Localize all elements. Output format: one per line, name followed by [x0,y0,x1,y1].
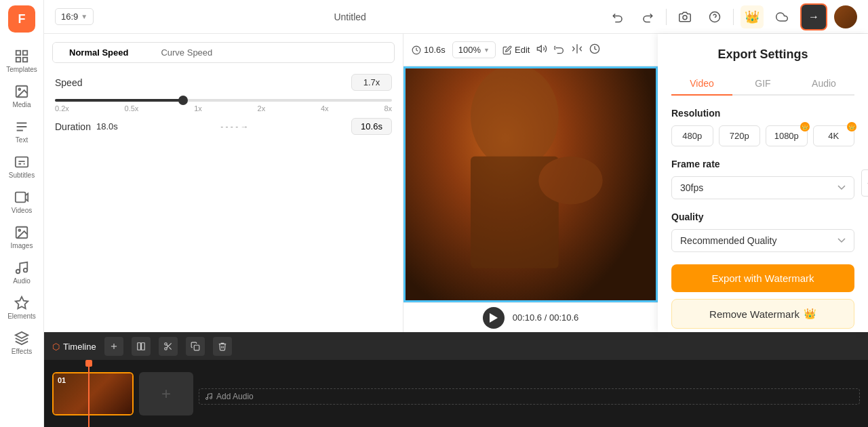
crown-icon: 👑 [745,9,760,24]
add-audio-label: Add Audio [216,392,254,401]
resolution-720p[interactable]: 720p [719,125,761,146]
cloud-button[interactable] [770,5,793,28]
undo-icon [612,11,624,23]
zoom-selector[interactable]: 100% ▼ [452,41,496,58]
resolution-480p[interactable]: 480p [671,125,713,146]
subtitle-icon [14,155,29,169]
speed-slider-thumb[interactable] [178,96,188,105]
redo-button[interactable] [636,5,659,28]
svg-point-5 [18,88,20,90]
svg-rect-25 [137,343,140,350]
duration-label: Duration [55,121,91,132]
resolution-1080p[interactable]: 1080p 👑 [766,125,808,146]
timeline-content: 01 + Add Audio [44,360,868,427]
cloud-icon [776,11,788,23]
normal-speed-tab[interactable]: Normal Speed [53,43,144,62]
audio-icon [14,260,29,275]
edit-label: Edit [515,45,530,55]
export-tab-video[interactable]: Video [671,73,732,96]
sidebar-item-effects[interactable]: Effects [0,325,43,361]
svg-line-31 [166,345,167,346]
resolution-4k[interactable]: 4K 👑 [813,125,855,146]
svg-line-30 [169,347,171,349]
speed-slider-fill [55,99,183,102]
undo-clip-button[interactable] [554,43,565,57]
duration-value: 10.6s [424,45,446,55]
export-tab-audio[interactable]: Audio [793,73,854,96]
export-tab-gif[interactable]: GIF [732,73,793,96]
slider-label-1: 0.5x [125,104,139,113]
add-clip-area[interactable]: + [139,372,193,415]
svg-point-9 [18,229,20,231]
copy-button[interactable] [186,337,205,356]
delete-button[interactable] [213,337,232,356]
sidebar-item-media[interactable]: Media [0,79,43,114]
speed-tabs-container: Normal Speed Curve Speed [44,34,403,63]
sidebar-item-elements[interactable]: Elements [0,290,43,325]
resolution-label: Resolution [671,108,854,119]
sidebar-item-subtitles[interactable]: Subtitles [0,149,43,184]
resolution-options: 480p 720p 1080p 👑 4K 👑 [671,125,854,146]
redo-icon [642,11,654,23]
body-row: Normal Speed Curve Speed Speed 1.7x 0.2x [44,34,868,332]
video-section: 10.6s 100% ▼ Edit [403,34,658,332]
slider-label-3: 2x [258,104,266,113]
speed-indicator[interactable] [589,43,600,57]
add-clip-button[interactable] [104,337,123,356]
photo-icon [14,84,29,99]
timeline-tab[interactable]: ⬡ Timeline [52,342,96,352]
export-button[interactable]: → [800,3,827,30]
curve-speed-tab[interactable]: Curve Speed [144,43,229,62]
panel-collapse-button[interactable]: ‹ [861,169,868,197]
playback-bar: 00:10.6 / 00:10.6 [403,302,658,332]
framerate-select[interactable]: 30fps 24fps 60fps [671,176,854,199]
svg-rect-32 [194,345,199,350]
svg-rect-2 [16,58,20,62]
add-audio-area: Add Audio [199,388,860,405]
duration-from: 18.0s [96,121,118,131]
play-button[interactable] [483,307,505,329]
app-logo[interactable]: F [8,5,35,33]
speed-slider-track [55,99,392,102]
copy-icon [191,342,200,351]
volume-button[interactable] [536,43,547,57]
slider-label-0: 0.2x [55,104,69,113]
video-clip[interactable]: 01 [52,372,134,415]
speed-slider-container: 0.2x 0.5x 1x 2x 4x 8x [55,99,392,113]
cut-button[interactable] [159,337,178,356]
export-tabs: Video GIF Audio [671,73,854,96]
svg-rect-7 [16,192,26,203]
add-audio-button[interactable]: Add Audio [199,388,860,405]
ratio-value: 16:9 [61,12,78,22]
quality-select[interactable]: Recommended Quality High Quality Low Qua… [671,229,854,252]
sidebar-item-images[interactable]: Images [0,220,43,255]
export-watermark-button[interactable]: Export with Watermark [671,264,854,292]
undo-button[interactable] [606,5,629,28]
sidebar-item-templates[interactable]: Templates [0,43,43,79]
clip-number: 01 [58,376,66,384]
svg-marker-22 [490,313,498,323]
mirror-button[interactable] [572,43,583,57]
sidebar-item-videos[interactable]: Videos [0,184,43,220]
play-icon [490,313,498,323]
edit-button[interactable]: Edit [502,45,530,55]
plus-icon: + [161,384,171,403]
add-icon [109,342,119,351]
remove-watermark-button[interactable]: Remove Watermark 👑 [671,299,854,329]
sidebar-item-audio[interactable]: Audio [0,255,43,290]
split-button[interactable] [132,337,151,356]
speed-label: Speed [55,77,82,88]
effects-icon [14,331,29,346]
user-avatar[interactable] [834,5,857,28]
volume-icon [536,43,547,54]
help-icon [709,11,721,23]
svg-marker-17 [538,45,542,52]
premium-button[interactable]: 👑 [741,5,764,28]
person-silhouette [406,68,656,300]
chevron-down-icon: ▼ [81,13,87,20]
help-button[interactable] [703,5,726,28]
sidebar-item-text[interactable]: Text [0,114,43,149]
speed-icon [589,43,600,54]
ratio-selector[interactable]: 16:9 ▼ [55,8,94,25]
camera-button[interactable] [673,5,696,28]
